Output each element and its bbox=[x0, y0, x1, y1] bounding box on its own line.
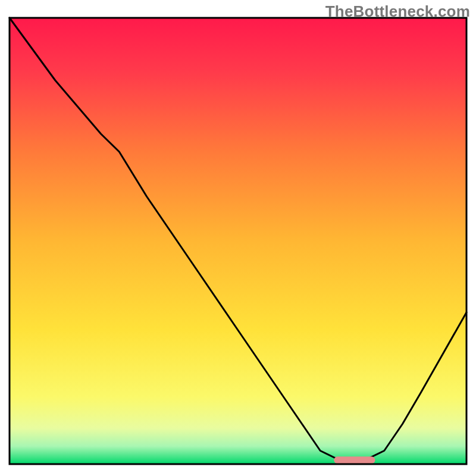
chart-svg bbox=[0, 0, 476, 476]
optimum-marker bbox=[334, 456, 375, 464]
gradient-background bbox=[10, 18, 466, 464]
chart-stage: TheBottleneck.com bbox=[0, 0, 476, 476]
watermark-label: TheBottleneck.com bbox=[325, 2, 470, 21]
plot-area bbox=[10, 18, 466, 464]
